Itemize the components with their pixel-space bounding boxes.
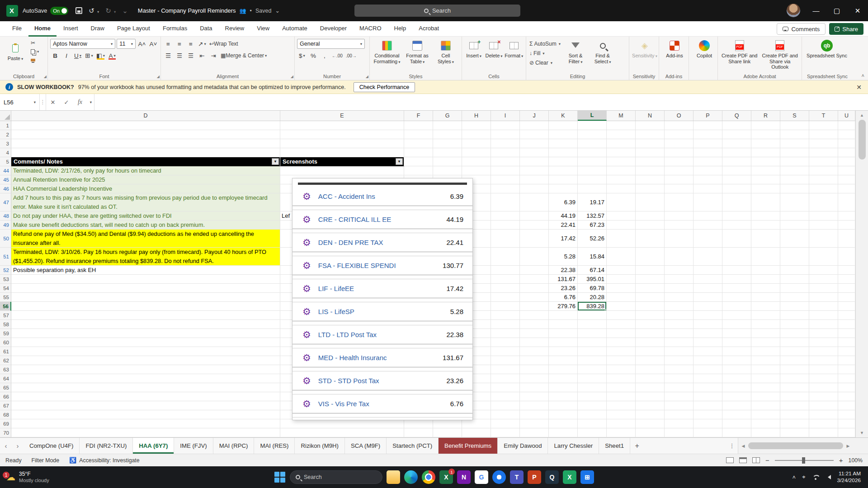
cell-L44[interactable] bbox=[578, 166, 607, 175]
cell-D58[interactable] bbox=[11, 320, 280, 329]
cell-P62[interactable] bbox=[693, 356, 722, 365]
cell-Q51[interactable] bbox=[722, 248, 751, 266]
cell-O49[interactable] bbox=[665, 221, 693, 230]
cell-O3[interactable] bbox=[665, 139, 693, 148]
cell-I50[interactable] bbox=[491, 230, 520, 248]
cell-M60[interactable] bbox=[607, 338, 636, 347]
titlebar-search[interactable]: Search bbox=[354, 5, 520, 17]
cell-S67[interactable] bbox=[780, 401, 809, 410]
cell-J53[interactable] bbox=[520, 275, 549, 284]
cell-G70[interactable] bbox=[433, 428, 462, 437]
cell-R52[interactable] bbox=[751, 266, 780, 275]
cell-S2[interactable] bbox=[780, 130, 809, 139]
cell-E5[interactable]: Screenshots▼ bbox=[280, 157, 404, 166]
cell-J47[interactable] bbox=[520, 193, 549, 211]
cell-J3[interactable] bbox=[520, 139, 549, 148]
cell-M54[interactable] bbox=[607, 284, 636, 293]
filter-dropdown-icon[interactable]: ▼ bbox=[272, 158, 279, 165]
cell-J4[interactable] bbox=[520, 148, 549, 157]
cell-T44[interactable] bbox=[809, 166, 838, 175]
cell-I53[interactable] bbox=[491, 275, 520, 284]
cell-L51[interactable]: 15.84 bbox=[578, 248, 607, 266]
cell-T70[interactable] bbox=[809, 428, 838, 437]
cell-R58[interactable] bbox=[751, 320, 780, 329]
cell-J51[interactable] bbox=[520, 248, 549, 266]
cell-I58[interactable] bbox=[491, 320, 520, 329]
cell-P69[interactable] bbox=[693, 419, 722, 428]
cell-J60[interactable] bbox=[520, 338, 549, 347]
cell-D64[interactable] bbox=[11, 374, 280, 383]
cell-K65[interactable] bbox=[549, 383, 578, 392]
cell-R46[interactable] bbox=[751, 184, 780, 193]
cell-K45[interactable] bbox=[549, 175, 578, 184]
cell-O54[interactable] bbox=[665, 284, 693, 293]
selected-cell-L56[interactable]: 839.28 bbox=[578, 302, 607, 311]
ribbon-tab-help[interactable]: Help bbox=[388, 21, 412, 37]
row-header-59[interactable]: 59 bbox=[0, 329, 11, 338]
cell-L57[interactable] bbox=[578, 311, 607, 320]
cell-P68[interactable] bbox=[693, 410, 722, 419]
cell-D68[interactable] bbox=[11, 410, 280, 419]
taskbar-icon-edge[interactable] bbox=[404, 470, 418, 484]
cell-J66[interactable] bbox=[520, 392, 549, 401]
taskbar-icon-browser[interactable] bbox=[492, 470, 506, 484]
wrap-text-button[interactable]: ↩ Wrap Text bbox=[208, 39, 239, 49]
cell-U57[interactable] bbox=[838, 311, 855, 320]
mic-icon[interactable]: ⌖ bbox=[802, 474, 805, 481]
cell-R69[interactable] bbox=[751, 419, 780, 428]
cell-I45[interactable] bbox=[491, 175, 520, 184]
row-header-69[interactable]: 69 bbox=[0, 419, 11, 428]
increase-font-button[interactable]: A˄ bbox=[137, 39, 147, 49]
cell-O44[interactable] bbox=[665, 166, 693, 175]
cell-G4[interactable] bbox=[433, 148, 462, 157]
cell-T50[interactable] bbox=[809, 230, 838, 248]
cell-I68[interactable] bbox=[491, 410, 520, 419]
cell-T65[interactable] bbox=[809, 383, 838, 392]
cell-S48[interactable] bbox=[780, 211, 809, 221]
cell-J55[interactable] bbox=[520, 293, 549, 302]
taskbar-icon-excel[interactable]: X1 bbox=[439, 470, 453, 484]
wifi-icon[interactable] bbox=[812, 474, 819, 480]
cell-E4[interactable] bbox=[280, 148, 404, 157]
cell-R5[interactable] bbox=[751, 157, 780, 166]
cell-T63[interactable] bbox=[809, 365, 838, 374]
font-dialog-launcher[interactable]: ◢ bbox=[157, 75, 160, 79]
autosum-button[interactable]: Σ AutoSum▾ bbox=[528, 40, 561, 48]
cell-T53[interactable] bbox=[809, 275, 838, 284]
cell-P64[interactable] bbox=[693, 374, 722, 383]
cell-Q53[interactable] bbox=[722, 275, 751, 284]
cell-I62[interactable] bbox=[491, 356, 520, 365]
cell-O59[interactable] bbox=[665, 329, 693, 338]
cell-S61[interactable] bbox=[780, 347, 809, 356]
cell-T45[interactable] bbox=[809, 175, 838, 184]
cell-T2[interactable] bbox=[809, 130, 838, 139]
cell-N53[interactable] bbox=[636, 275, 665, 284]
cell-O67[interactable] bbox=[665, 401, 693, 410]
cell-R68[interactable] bbox=[751, 410, 780, 419]
cell-L49[interactable]: 67.23 bbox=[578, 221, 607, 230]
row-header-4[interactable]: 4 bbox=[0, 148, 11, 157]
cell-R45[interactable] bbox=[751, 175, 780, 184]
cell-R70[interactable] bbox=[751, 428, 780, 437]
ribbon-tab-review[interactable]: Review bbox=[219, 21, 250, 37]
cell-T57[interactable] bbox=[809, 311, 838, 320]
ribbon-tab-automate[interactable]: Automate bbox=[276, 21, 313, 37]
cell-R63[interactable] bbox=[751, 365, 780, 374]
cell-M59[interactable] bbox=[607, 329, 636, 338]
cell-D47[interactable]: Add 7 hours to this pay as 7 hours was m… bbox=[11, 193, 280, 211]
cell-P51[interactable] bbox=[693, 248, 722, 266]
cell-K46[interactable] bbox=[549, 184, 578, 193]
cell-Q63[interactable] bbox=[722, 365, 751, 374]
cell-F4[interactable] bbox=[404, 148, 433, 157]
row-header-52[interactable]: 52 bbox=[0, 266, 11, 275]
cell-O58[interactable] bbox=[665, 320, 693, 329]
enter-formula-icon[interactable]: ✓ bbox=[60, 94, 73, 110]
cell-U55[interactable] bbox=[838, 293, 855, 302]
cell-O47[interactable] bbox=[665, 193, 693, 211]
cell-O61[interactable] bbox=[665, 347, 693, 356]
cell-K49[interactable]: 22.41 bbox=[549, 221, 578, 230]
cell-J65[interactable] bbox=[520, 383, 549, 392]
cell-I4[interactable] bbox=[491, 148, 520, 157]
cell-K67[interactable] bbox=[549, 401, 578, 410]
cell-T3[interactable] bbox=[809, 139, 838, 148]
